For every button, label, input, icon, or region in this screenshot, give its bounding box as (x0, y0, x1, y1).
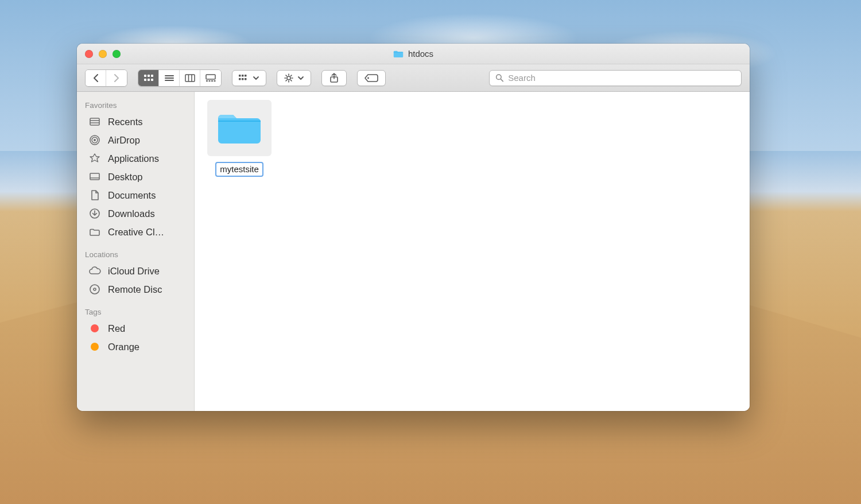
view-icons-button[interactable] (138, 70, 159, 86)
svg-rect-16 (214, 80, 216, 82)
file-thumbnail[interactable] (207, 100, 272, 156)
documents-icon (88, 189, 101, 201)
svg-rect-1 (148, 75, 150, 77)
svg-rect-17 (239, 75, 241, 77)
sidebar-tag-orange[interactable]: Orange (77, 338, 194, 356)
file-item[interactable]: mytestsite (207, 100, 272, 177)
svg-rect-20 (239, 78, 241, 80)
sidebar-item-documents[interactable]: Documents (77, 186, 194, 204)
tags-button[interactable] (357, 70, 386, 86)
close-button[interactable] (85, 50, 93, 58)
sidebar-item-label: Creative Cl… (108, 227, 164, 238)
svg-line-28 (286, 75, 286, 76)
view-columns-button[interactable] (180, 70, 200, 86)
sidebar-item-icloud[interactable]: iCloud Drive (77, 262, 194, 280)
svg-rect-5 (151, 79, 153, 81)
sidebar-item-remote-disc[interactable]: Remote Disc (77, 280, 194, 298)
forward-button[interactable] (106, 70, 127, 86)
svg-rect-9 (185, 75, 195, 82)
svg-rect-0 (144, 75, 146, 77)
svg-rect-42 (90, 173, 99, 180)
downloads-icon (88, 207, 101, 220)
disc-icon (88, 283, 101, 296)
traffic-lights (85, 50, 121, 58)
view-gallery-button[interactable] (200, 70, 221, 86)
finder-window: htdocs (77, 44, 750, 411)
sidebar-item-label: Downloads (108, 208, 155, 219)
toolbar (77, 64, 750, 92)
nav-buttons (85, 69, 127, 87)
content-area[interactable]: mytestsite (195, 92, 750, 411)
svg-rect-14 (209, 80, 211, 82)
share-icon (329, 73, 339, 83)
svg-rect-2 (151, 75, 153, 77)
svg-rect-36 (90, 118, 99, 125)
window-title: htdocs (393, 49, 433, 59)
svg-rect-12 (206, 75, 215, 79)
svg-rect-22 (245, 78, 247, 80)
sidebar-item-label: Red (108, 323, 125, 334)
columns-icon (185, 74, 195, 82)
gear-icon (284, 73, 294, 83)
chevron-down-icon (253, 75, 259, 82)
sidebar-heading-tags: Tags (77, 304, 194, 319)
icloud-icon (88, 265, 101, 277)
back-button[interactable] (86, 70, 106, 86)
list-icon (164, 74, 174, 82)
sidebar-tag-red[interactable]: Red (77, 319, 194, 338)
search-field[interactable] (489, 70, 742, 86)
sidebar-item-label: AirDrop (108, 135, 140, 146)
tag-icon (364, 73, 379, 83)
search-icon (495, 73, 503, 82)
sidebar-heading-locations: Locations (77, 247, 194, 262)
titlebar: htdocs (77, 44, 750, 64)
folder-icon (393, 50, 404, 58)
airdrop-icon (88, 134, 101, 146)
tag-dot-icon (88, 322, 101, 335)
svg-line-30 (291, 75, 292, 76)
desktop-icon (88, 170, 101, 183)
sidebar-heading-favorites: Favorites (77, 98, 194, 113)
svg-point-39 (94, 139, 96, 141)
sidebar-item-applications[interactable]: Applications (77, 149, 194, 168)
file-name-editing[interactable]: mytestsite (215, 162, 263, 177)
sidebar-item-label: iCloud Drive (108, 266, 160, 277)
sidebar-item-label: Orange (108, 342, 139, 352)
sidebar: Favorites Recents AirDrop Applications (77, 92, 195, 411)
svg-rect-21 (242, 78, 244, 80)
tag-color (91, 343, 99, 351)
sidebar-item-label: Documents (108, 190, 156, 201)
view-list-button[interactable] (159, 70, 180, 86)
view-mode-group (138, 69, 222, 87)
svg-point-33 (367, 77, 369, 79)
tag-dot-icon (88, 340, 101, 353)
svg-point-45 (90, 285, 99, 294)
svg-line-31 (286, 80, 286, 80)
grid-icon (144, 74, 154, 82)
gallery-icon (205, 74, 216, 82)
sidebar-item-creative-cloud[interactable]: Creative Cl… (77, 223, 194, 241)
sidebar-item-label: Recents (108, 117, 143, 127)
svg-rect-4 (148, 79, 150, 81)
recents-icon (88, 115, 101, 128)
sidebar-item-downloads[interactable]: Downloads (77, 204, 194, 223)
svg-rect-13 (206, 80, 208, 82)
folder-icon (88, 226, 101, 238)
svg-point-23 (287, 76, 290, 80)
group-by-button[interactable] (232, 70, 266, 86)
sidebar-item-recents[interactable]: Recents (77, 113, 194, 131)
sidebar-item-label: Applications (108, 153, 159, 164)
sidebar-item-desktop[interactable]: Desktop (77, 168, 194, 186)
svg-line-35 (501, 79, 503, 82)
share-button[interactable] (321, 70, 347, 86)
window-title-text: htdocs (408, 49, 433, 59)
window-body: Favorites Recents AirDrop Applications (77, 92, 750, 411)
zoom-button[interactable] (113, 50, 121, 58)
chevron-down-icon (297, 75, 304, 82)
minimize-button[interactable] (99, 50, 107, 58)
svg-point-34 (497, 75, 502, 80)
folder-icon (216, 110, 263, 146)
sidebar-item-airdrop[interactable]: AirDrop (77, 131, 194, 149)
action-button[interactable] (277, 70, 311, 86)
search-input[interactable] (508, 73, 735, 83)
